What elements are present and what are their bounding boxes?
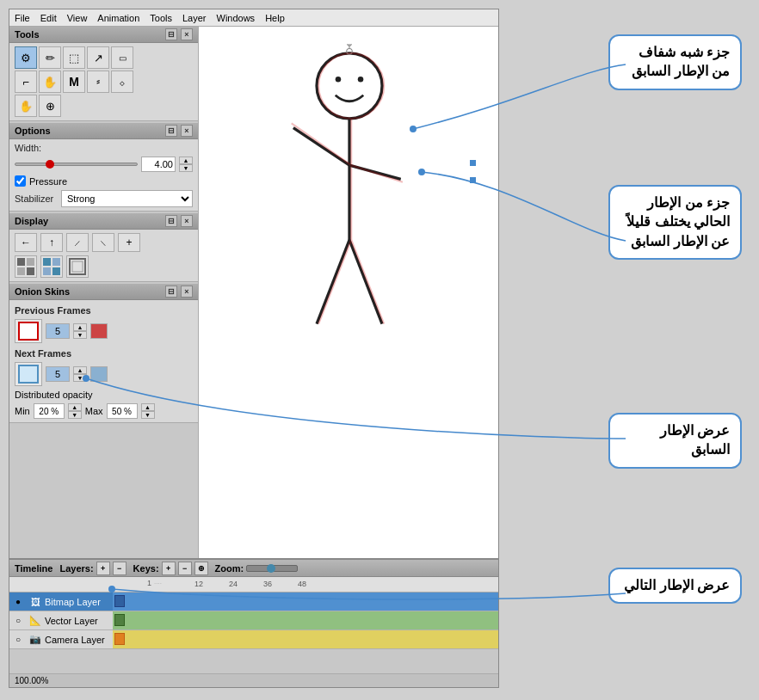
display-diag2-btn[interactable]: ⟍ [92,233,114,252]
line-tool-btn[interactable]: ⸗ [87,71,109,93]
display-diag1-btn[interactable]: ⟋ [66,233,89,252]
grid-btn-2[interactable] [40,255,63,278]
display-up-btn[interactable]: ↑ [40,233,63,252]
max-opacity-spinbox: ▲ ▼ [141,403,155,419]
layer-row-bitmap[interactable]: ● 🖼 Bitmap Layer [9,593,498,611]
stabilizer-row: Stabilizer None Weak Normal Strong [15,190,193,207]
vector-key-1[interactable] [114,614,125,626]
display-row-1: ← ↑ ⟋ ⟍ + [15,233,193,252]
svg-rect-0 [17,258,25,266]
ruler-mark-48: 48 [285,580,319,590]
tools-panel-close-btn[interactable]: × [181,28,193,40]
svg-line-17 [317,240,349,324]
grid-btn-1[interactable] [15,255,37,278]
duplicate-key-btn[interactable]: ⊕ [194,562,208,575]
options-panel-float-btn[interactable]: ⊟ [165,125,177,137]
add-key-btn[interactable]: + [162,562,176,575]
stabilizer-select[interactable]: None Weak Normal Strong [61,190,193,207]
menu-edit[interactable]: Edit [40,13,57,23]
select-tool-btn[interactable]: ⬚ [63,46,85,69]
width-spin-down[interactable]: ▼ [179,164,193,172]
distributed-opacity-row: Distributed opacity [15,390,193,400]
canvas-area[interactable] [199,27,498,558]
camera-timeline [113,630,498,648]
zoom-bar: 100.00% [9,673,498,687]
menu-tools[interactable]: Tools [150,13,172,23]
menu-animation[interactable]: Animation [97,13,139,23]
next-frames-spin-down[interactable]: ▼ [73,374,87,382]
display-panel-header: Display ⊟ × [9,213,198,230]
prev-frame-btn[interactable] [15,319,42,343]
m-tool-btn[interactable]: M [63,71,85,93]
max-spin-up[interactable]: ▲ [141,403,155,411]
settings-tool-btn[interactable]: ⚙ [15,46,37,69]
transform-tool-btn[interactable]: ⊕ [39,95,61,117]
min-spin-down[interactable]: ▼ [68,411,82,419]
onion-skins-panel: Onion Skins ⊟ × Previous Frames [9,284,198,423]
svg-rect-2 [17,267,25,275]
width-spin-up[interactable]: ▲ [179,157,193,164]
next-frames-input[interactable] [46,366,70,382]
menu-view[interactable]: View [67,13,88,23]
timeline-header: Timeline Layers: + − Keys: + − ⊕ Zoom: [9,560,498,577]
layer-row-vector[interactable]: ○ 📐 Vector Layer [9,611,498,630]
stabilizer-label: Stabilizer [15,193,58,204]
prev-frames-spinbox: ▲ ▼ [73,323,87,339]
arrow-tool-btn[interactable]: ↗ [87,46,109,69]
max-spin-down[interactable]: ▼ [141,411,155,419]
tools-panel-float-btn[interactable]: ⊟ [165,28,177,40]
width-input[interactable]: 4.00 [141,157,176,172]
width-slider[interactable] [15,163,138,166]
prev-frames-spin-down[interactable]: ▼ [73,331,87,339]
grid-btn-3[interactable] [66,255,89,278]
pressure-label: Pressure [29,176,67,187]
camera-timeline-bg [113,630,498,648]
fill-tool-btn[interactable]: ⬦ [111,71,133,93]
display-left-btn[interactable]: ← [15,233,37,252]
display-panel-close-btn[interactable]: × [181,215,193,227]
min-opacity-input[interactable]: 20 % [34,403,65,419]
next-frame-btn[interactable] [15,362,42,386]
prev-frames-color[interactable] [90,323,108,339]
svg-rect-6 [43,267,51,275]
max-opacity-input[interactable]: 50 % [107,403,138,419]
bitmap-visibility[interactable]: ● [9,597,27,606]
menu-file[interactable]: File [15,13,30,23]
distributed-opacity-label: Distributed opacity [15,390,93,400]
left-panel: Tools ⊟ × ⚙ ✏ ⬚ ↗ ▭ ⌐ [9,27,199,558]
svg-line-15 [293,128,349,165]
next-frames-spin-up[interactable]: ▲ [73,366,87,374]
add-layer-btn[interactable]: + [96,562,110,575]
menu-layer[interactable]: Layer [182,13,207,23]
eyedropper-tool-btn[interactable]: ⌐ [15,71,37,93]
max-label: Max [85,406,103,416]
next-frames-color[interactable] [90,366,108,382]
width-slider-thumb [46,160,54,169]
vector-visibility[interactable]: ○ [9,616,27,625]
menu-help[interactable]: Help [265,13,285,23]
pencil-tool-btn[interactable]: ✏ [39,46,61,69]
display-panel-float-btn[interactable]: ⊟ [165,215,177,227]
next-frames-label: Next Frames [15,348,193,359]
remove-layer-btn[interactable]: − [113,562,126,575]
grab-tool-btn[interactable]: ✋ [15,95,37,117]
bitmap-key-1[interactable] [114,595,125,607]
eraser-tool-btn[interactable]: ▭ [111,46,133,69]
camera-key-1[interactable] [114,633,125,645]
prev-frames-spin-up[interactable]: ▲ [73,323,87,331]
onion-panel-float-btn[interactable]: ⊟ [165,286,177,298]
min-spin-up[interactable]: ▲ [68,403,82,411]
prev-frame-icon [18,322,39,341]
display-plus-btn[interactable]: + [118,233,140,252]
options-panel-close-btn[interactable]: × [181,125,193,137]
previous-frames-row: ▲ ▼ [15,319,193,343]
camera-visibility[interactable]: ○ [9,635,27,644]
hand-tool-btn[interactable]: ✋ [39,71,61,93]
pressure-checkbox[interactable] [15,175,26,187]
layer-row-camera[interactable]: ○ 📷 Camera Layer [9,630,498,649]
onion-panel-close-btn[interactable]: × [181,286,193,298]
prev-frames-input[interactable] [46,323,70,339]
menu-windows[interactable]: Windows [217,13,256,23]
ruler-mark-36: 36 [250,580,285,590]
remove-key-btn[interactable]: − [178,562,192,575]
